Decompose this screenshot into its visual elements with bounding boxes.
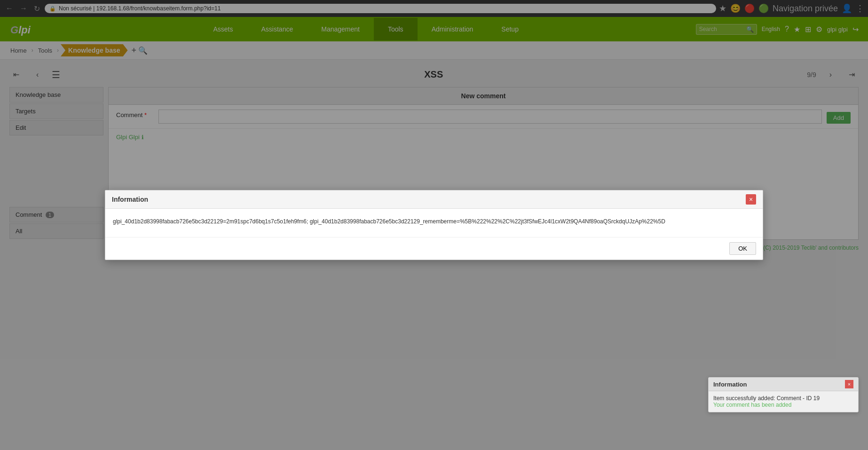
modal-ok-button[interactable]: OK <box>729 242 756 255</box>
toast-body: Item successfully added: Comment - ID 19… <box>709 391 858 412</box>
toast: Information × Item successfully added: C… <box>708 377 859 412</box>
toast-title: Information <box>713 381 747 388</box>
modal-content: glpi_40d1b2d83998fabacb726e5bc3d22129=2m… <box>113 218 665 225</box>
toast-header: Information × <box>709 378 858 391</box>
modal: Information × glpi_40d1b2d83998fabacb726… <box>105 190 763 260</box>
modal-title: Information <box>112 196 148 203</box>
modal-footer: OK <box>105 237 763 260</box>
toast-link[interactable]: Your comment has been added <box>713 402 791 408</box>
modal-header: Information × <box>105 190 763 209</box>
modal-close-button[interactable]: × <box>746 194 756 205</box>
toast-message: Item successfully added: Comment - ID 19 <box>713 395 853 402</box>
modal-body: glpi_40d1b2d83998fabacb726e5bc3d22129=2m… <box>105 209 763 237</box>
toast-close-button[interactable]: × <box>845 380 853 388</box>
toast-container: Information × Item successfully added: C… <box>708 377 859 412</box>
